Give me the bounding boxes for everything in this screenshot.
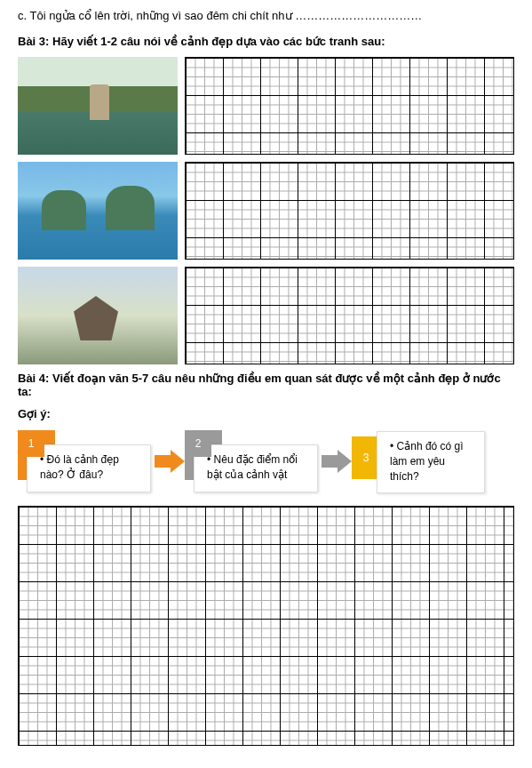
question-c-line: c. Tôi ngửa cổ lên trời, những vì sao đê… [18, 9, 514, 22]
hint-block-2: 2 Nêu đặc điểm nổi bật của cảnh vật [185, 430, 318, 492]
photo-ha-long-bay [18, 162, 178, 260]
hint-block-3: 3 Cảnh đó có gì làm em yêu thích? [352, 429, 485, 493]
hint-num-2: 2 [185, 430, 211, 457]
image-row-1 [18, 57, 514, 155]
arrow-icon-2 [322, 452, 348, 470]
hint-text-1: Đó là cảnh đẹp nào? Ở đâu? [40, 452, 141, 483]
image-row-2 [18, 162, 514, 260]
bai4-heading: Bài 4: Viết đoạn văn 5-7 câu nêu những đ… [18, 372, 514, 398]
photo-hoan-kiem-lake [18, 57, 178, 155]
hint-card-2: Nêu đặc điểm nổi bật của cảnh vật [194, 444, 318, 492]
bai3-heading: Bài 3: Hãy viết 1-2 câu nói về cảnh đẹp … [18, 35, 514, 48]
image-row-3 [18, 267, 514, 364]
hint-card-1: Đó là cảnh đẹp nào? Ở đâu? [27, 444, 151, 492]
hints-row: 1 Đó là cảnh đẹp nào? Ở đâu? 2 Nêu đặc đ… [18, 429, 514, 493]
hint-num-1: 1 [18, 430, 44, 457]
hint-num-3: 3 [355, 447, 377, 468]
writing-grid-2[interactable] [185, 162, 514, 260]
writing-grid-1[interactable] [185, 57, 514, 155]
goiy-label: Gợi ý: [18, 407, 514, 420]
arrow-icon-1 [155, 452, 181, 470]
hint-card-3: Cảnh đó có gì làm em yêu thích? [377, 431, 485, 493]
photo-one-pillar-pagoda [18, 267, 178, 364]
writing-grid-3[interactable] [185, 267, 514, 364]
hint-text-2: Nêu đặc điểm nổi bật của cảnh vật [207, 452, 308, 483]
writing-grid-large[interactable] [18, 506, 514, 746]
hint-block-1: 1 Đó là cảnh đẹp nào? Ở đâu? [18, 430, 151, 492]
hint-text-3: Cảnh đó có gì làm em yêu thích? [390, 439, 475, 484]
